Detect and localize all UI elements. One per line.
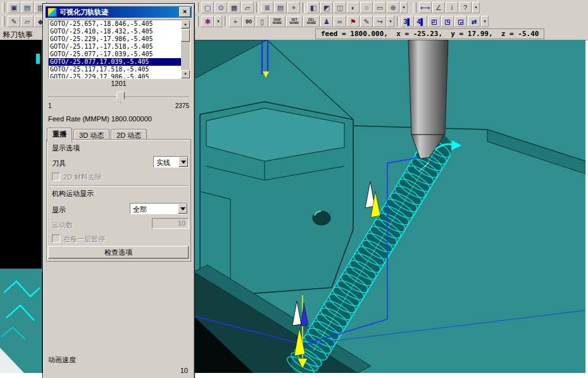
work-plane-icon[interactable]: ▱ (241, 2, 254, 13)
scroll-down-button[interactable]: ▼ (181, 70, 190, 78)
show-label: 显示 (52, 205, 66, 215)
measure-distance-icon[interactable]: ⟷ (419, 2, 432, 13)
dynamic-view-icon[interactable]: ▯ (256, 16, 268, 27)
current-line-number: 1201 (43, 80, 194, 87)
replay-tab-panel: 显示选项 刀具 实线 2D 材料去除 机构运动显示 显示 全部 运动数 10 在… (46, 139, 191, 262)
goto-line[interactable]: GOTO/-25.229,17.986,-5.405 (49, 73, 190, 79)
refresh-icon[interactable]: ✱ (201, 16, 214, 27)
toolbar-grip[interactable] (196, 16, 199, 27)
close-button[interactable]: × (179, 7, 191, 17)
annotate-icon[interactable]: ✎ (360, 16, 373, 27)
layout-tr-icon[interactable]: ◳ (441, 16, 454, 27)
pause-each-layer-label: 在每一层暂停 (63, 235, 105, 243)
info-icon[interactable]: i (446, 2, 458, 13)
scroll-up-button[interactable]: ▲ (181, 20, 190, 28)
goto-line[interactable]: GOTO/-25.410,-18.432,-5.405 (49, 28, 190, 35)
pan-icon[interactable]: + (229, 16, 242, 27)
dropdown-arrow-icon[interactable]: ▾ (387, 16, 394, 27)
four-view-icon[interactable]: 4▌ (415, 16, 427, 27)
set-name-button[interactable]: SET NAME (286, 16, 303, 27)
material-removal-checkbox: 2D 材料去除 (52, 173, 102, 182)
toolbar-grip[interactable] (2, 3, 5, 13)
wireframe-display-icon[interactable]: ○ (360, 2, 373, 13)
datum-plane-icon[interactable]: ▱ (21, 16, 34, 27)
toolbar-group-analysis: ⟷ ∠ i ? ▾ (413, 1, 480, 14)
shaded-display-icon[interactable]: ◐ (347, 2, 360, 13)
checkbox-icon (52, 173, 60, 181)
stereo-glasses-icon[interactable]: ∞ (334, 16, 346, 27)
list-scrollbar[interactable]: ▲ ▼ (181, 20, 190, 78)
sketch-icon[interactable]: ✎ (8, 16, 20, 27)
combo-dropdown-icon[interactable] (178, 157, 188, 167)
left-viewport-strip (0, 40, 42, 373)
goto-line[interactable]: GOTO/-25.117,17.518,-5.405 (49, 66, 190, 73)
dialog-icon (47, 8, 57, 17)
playback-slider-thumb[interactable] (116, 92, 125, 103)
light-icon[interactable]: ♟ (320, 16, 333, 27)
layout-tl-icon[interactable]: ◰ (428, 16, 441, 27)
slider-min-label: 1 (48, 102, 52, 109)
position-readout: feed = 1800.000, x = -25.23, y = 17.99, … (315, 28, 544, 39)
snap-point-icon[interactable]: ⊙ (215, 2, 227, 13)
toolbar-grip[interactable] (2, 16, 5, 27)
toolbar-group-file: ▣ ▤ ▥ (1, 1, 47, 14)
application-window: ▣ ▤ ▥ ▢ ⊙ ▦ ▱ ≣ ▤ ⌖ ◧ ◩ ◫ ◐ ○ ▭ (0, 0, 588, 378)
goto-line-selected[interactable]: GOTO/-25.077,17.039,-5.405 (49, 58, 190, 66)
open-icon[interactable]: ▤ (21, 2, 34, 13)
checkbox-icon (52, 235, 60, 243)
measure-angle-icon[interactable]: ∠ (432, 2, 445, 13)
help-icon[interactable]: ? (459, 2, 472, 13)
mechanism-motion-label: 机构运动显示 (52, 189, 94, 198)
fixture-block (200, 102, 353, 295)
motion-count-label: 运动数 (52, 221, 73, 230)
goto-line[interactable]: GOTO/-25.117,-17.518,-5.405 (49, 43, 190, 51)
goto-line[interactable]: GOTO/-25.657,-18.846,-5.405 (49, 20, 190, 28)
show-combo[interactable]: 全部 (130, 203, 188, 214)
goto-list[interactable]: GOTO/-25.657,-18.846,-5.405 GOTO/-25.410… (48, 20, 191, 79)
zoom-icon[interactable]: ⊕ (387, 2, 399, 13)
toolbar-group-view: ▢ ⊙ ▦ ▱ ≣ ▤ ⌖ ◧ ◩ ◫ ◐ ○ ▭ ⊕ ▾ (195, 1, 408, 14)
left-strip-graphics (0, 40, 42, 373)
flag-icon[interactable]: ⚑ (347, 16, 360, 27)
dropdown-arrow-icon[interactable]: ▾ (472, 2, 480, 13)
toolbar-separator (397, 16, 399, 27)
dialog-titlebar[interactable]: 可视化刀轨轨迹 × (46, 6, 192, 18)
display-name-button[interactable]: DISP NAME (269, 16, 285, 27)
toolbar-separator (303, 3, 305, 13)
animation-speed-label: 动画速度 (48, 355, 76, 365)
material-removal-label: 2D 材料去除 (63, 173, 102, 181)
toolbar-grip[interactable] (196, 3, 199, 13)
goto-line[interactable]: GOTO/-25.077,-17.039,-5.405 (49, 51, 190, 58)
display-window-icon[interactable]: ▣ (8, 2, 20, 13)
dialog-title: 可视化刀轨轨迹 (59, 8, 179, 17)
toolbar-group-view-tools: ✱ ▾ + 90 ▯ DISP NAME SET NAME DEL NAME ♟… (195, 15, 489, 28)
layout-br-icon[interactable]: ◲ (454, 16, 467, 27)
layer-visibility-icon[interactable]: ▤ (274, 2, 287, 13)
swap-views-icon[interactable]: ⇄ (468, 16, 480, 27)
tool-display-combo[interactable]: 实线 (153, 156, 189, 168)
dropdown-arrow-icon[interactable]: ▾ (400, 2, 408, 13)
tab-replay[interactable]: 重播 (47, 128, 72, 142)
view-top-icon[interactable]: ◩ (320, 2, 333, 13)
group-separator (49, 185, 188, 186)
wcs-icon[interactable]: ⌖ (287, 2, 300, 13)
scrollbar-thumb[interactable] (181, 29, 190, 42)
combo-dropdown-icon[interactable] (178, 204, 187, 214)
three-view-icon[interactable]: 3▌ (401, 16, 414, 27)
dropdown-arrow-icon[interactable]: ▾ (215, 16, 222, 27)
toolbar-grip[interactable] (413, 3, 416, 13)
view-iso-icon[interactable]: ◫ (334, 2, 346, 13)
rotate-view-90-icon[interactable]: 90 (242, 16, 255, 27)
jump-arrow-icon[interactable]: ↪ (373, 16, 386, 27)
goto-line[interactable]: GOTO/-25.229,-17.986,-5.405 (49, 35, 190, 43)
view-front-icon[interactable]: ◧ (307, 2, 320, 13)
pause-each-layer-checkbox: 在每一层暂停 (52, 235, 105, 244)
selection-box-icon[interactable]: ▢ (201, 2, 214, 13)
delete-name-button[interactable]: DEL NAME (303, 16, 320, 27)
fit-view-icon[interactable]: ▭ (373, 2, 386, 13)
grid-icon[interactable]: ▦ (228, 2, 241, 13)
check-options-button[interactable]: 检查选项 (48, 246, 189, 259)
motion-count-field: 10 (152, 218, 189, 229)
layer-settings-icon[interactable]: ≣ (261, 2, 273, 13)
dropdown-arrow-icon[interactable]: ▾ (481, 16, 489, 27)
